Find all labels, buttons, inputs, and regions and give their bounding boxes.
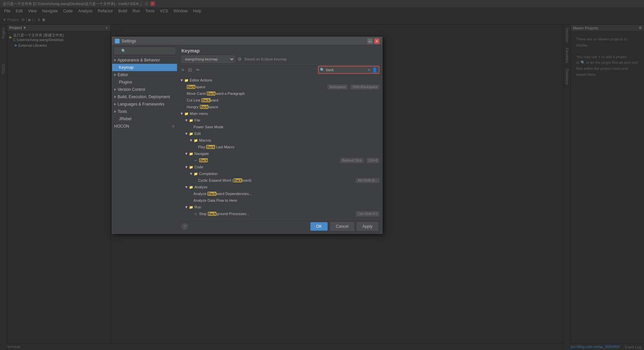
navigate-section-label: Navigate (194, 152, 379, 156)
tree-section-completion[interactable]: ▼ 📁 Completion (177, 170, 382, 177)
collapse-all-btn[interactable]: ⊟ (187, 66, 193, 73)
tree-section-macros[interactable]: ▼ 📁 Macros (177, 137, 382, 144)
tree-section-analyze[interactable]: ▼ 📁 Analyze (177, 184, 382, 190)
keymap-search-clear-icon[interactable]: ✕ (367, 68, 370, 72)
cut-line-label: Cut Line Backward (187, 98, 379, 102)
hungry-highlight: Back (200, 105, 208, 109)
cyclic-label: Cyclic Expand Word (Backward) (198, 178, 354, 182)
tree-item-cut-line-backward[interactable]: Cut Line Backward (177, 97, 382, 104)
sidebar-item-keymap[interactable]: Keymap (112, 64, 177, 71)
stop-bg-label: Stop Background Processes... (199, 212, 354, 216)
tree-item-analyze-data-flow[interactable]: Analyze Data Flow to Here (177, 197, 382, 204)
move-caret-highlight: Back (207, 92, 215, 96)
sidebar-item-plugins[interactable]: Plugins (112, 78, 177, 86)
tree-section-navigate[interactable]: ▼ 📁 Navigate (177, 150, 382, 157)
stop-bg-highlight: Back (208, 212, 216, 216)
cut-line-highlight: Back (201, 98, 210, 102)
tree-item-play-back-macro[interactable]: Play Back Last Macro (177, 144, 382, 150)
tree-section-run[interactable]: ▼ 📁 Run (177, 204, 382, 210)
sidebar-item-jrebel[interactable]: JRebel (112, 115, 177, 123)
cancel-btn[interactable]: Cancel (330, 222, 354, 231)
stop-bg-shortcuts: Ctrl+Shift+F2 (354, 211, 379, 216)
sidebar-item-tools[interactable]: Tools (112, 108, 177, 115)
file-label: File (194, 118, 379, 122)
play-back-highlight: Back (206, 145, 215, 149)
sidebar-item-version-control[interactable]: Version Control (112, 86, 177, 93)
tree-section-code[interactable]: ▼ 📁 Code (177, 164, 382, 170)
cyclic-shortcut1: Alt+Shift+$↑↓ (356, 178, 379, 183)
back-shortcuts: Button4 Click Ctrl+8 (339, 158, 379, 163)
keymap-tree: ▼ 📁 Editor Actions Backspace Backspace S… (177, 75, 382, 219)
edit-toggle[interactable]: ▼ (185, 132, 188, 135)
tree-item-analyze-backward[interactable]: Analyze Backward Dependencies... (177, 190, 382, 197)
sidebar-item-build[interactable]: Build, Execution, Deployment (112, 93, 177, 101)
editor-label: Editor (118, 72, 128, 77)
main-menu-toggle[interactable]: ▼ (180, 112, 183, 115)
power-save-label: Power Save Mode (193, 125, 379, 129)
dialog-footer: ? OK Cancel Apply (177, 219, 382, 233)
dialog-minimize-btn[interactable]: — (367, 38, 373, 44)
tree-item-backspace[interactable]: Backspace Backspace Shift+Backspace (177, 83, 382, 90)
analyze-toggle[interactable]: ▼ (185, 185, 188, 189)
editor-actions-toggle[interactable]: ▼ (180, 78, 183, 82)
analyze-backward-highlight: Back (207, 192, 216, 196)
tree-section-edit[interactable]: ▼ 📁 Edit (177, 130, 382, 137)
file-toggle[interactable]: ▼ (185, 119, 188, 122)
tree-item-stop-background[interactable]: ⊙ Stop Background Processes... Ctrl+Shif… (177, 210, 382, 217)
expand-all-btn[interactable]: ≡ (180, 66, 185, 73)
tree-item-cyclic-expand[interactable]: Cyclic Expand Word (Backward) Alt+Shift+… (177, 177, 382, 184)
back-shortcut2: Ctrl+8 (366, 158, 379, 163)
edit-shortcut-btn[interactable]: ✏ (195, 66, 201, 73)
edit-section-label: Edit (194, 132, 379, 136)
macros-toggle[interactable]: ▼ (189, 139, 193, 142)
keymap-section-title: Keymap (181, 48, 378, 53)
tree-section-file[interactable]: ▼ 📁 File (177, 117, 382, 124)
tree-section-main-menu[interactable]: ▼ 📁 Main menu (177, 110, 382, 117)
tree-item-hungry-backspace[interactable]: Hungry Backspace (177, 104, 382, 110)
code-toggle[interactable]: ▼ (185, 165, 188, 169)
back-shortcut1: Button4 Click (340, 158, 364, 163)
tools-label: Tools (118, 109, 127, 114)
code-folder-icon: 📁 (189, 165, 193, 169)
tree-item-power-save-mode[interactable]: Power Save Mode (177, 124, 382, 130)
analyze-section-label: Analyze (194, 185, 379, 189)
lang-toggle-icon (114, 103, 116, 106)
help-btn[interactable]: ? (181, 223, 188, 230)
settings-sidebar: Appearance & Behavior Keymap Editor Plug… (112, 45, 177, 233)
keymap-search-icon: 🔍 (320, 68, 325, 72)
keymap-toolbar-left: ≡ ⊟ ✏ (180, 66, 201, 73)
ok-btn[interactable]: OK (310, 222, 327, 231)
macros-label: Macros (199, 138, 379, 142)
run-toggle[interactable]: ▼ (185, 205, 188, 209)
completion-toggle[interactable]: ▼ (189, 172, 193, 175)
dialog-title-bar: Settings — ✕ (112, 37, 382, 45)
tree-item-back[interactable]: ↩ Back Button4 Click Ctrl+8 (177, 157, 382, 164)
sidebar-item-hocon[interactable]: HOCON ⚙ (112, 123, 177, 130)
keymap-dropdown[interactable]: wangchong keymap (181, 55, 235, 63)
data-flow-label: Analyze Data Flow to Here (193, 198, 379, 202)
backspace-shortcut2: Shift+Backspace (350, 84, 379, 90)
navigate-toggle[interactable]: ▼ (185, 152, 188, 155)
stop-bg-shortcut1: Ctrl+Shift+F2 (356, 211, 379, 216)
back-label: Back (199, 158, 339, 162)
main-menu-folder-icon: 📁 (184, 111, 189, 116)
sidebar-item-editor[interactable]: Editor (112, 71, 177, 78)
completion-folder-icon: 📁 (193, 171, 198, 176)
sidebar-item-appearance[interactable]: Appearance & Behavior (112, 56, 177, 64)
completion-label: Completion (199, 172, 379, 176)
keymap-toolbar: ≡ ⊟ ✏ 🔍 ✕ 👤 (177, 64, 382, 75)
tree-section-editor-actions[interactable]: ▼ 📁 Editor Actions (177, 77, 382, 83)
build-toggle-icon (114, 96, 116, 98)
keymap-search-input[interactable] (326, 68, 366, 72)
dialog-close-btn[interactable]: ✕ (374, 38, 379, 44)
stop-bg-icon: ⊙ (193, 211, 198, 216)
sidebar-item-languages[interactable]: Languages & Frameworks (112, 101, 177, 108)
apply-btn[interactable]: Apply (357, 222, 378, 231)
lang-label: Languages & Frameworks (118, 102, 164, 107)
keymap-gear-icon[interactable]: ⚙ (237, 56, 242, 62)
hocon-label: HOCON (114, 124, 129, 129)
tree-item-move-caret-backward[interactable]: Move Caret Backward a Paragraph (177, 90, 382, 97)
sidebar-search-input[interactable] (114, 47, 175, 54)
appearance-label: Appearance & Behavior (118, 58, 160, 62)
find-by-shortcut-icon[interactable]: 👤 (372, 67, 377, 72)
